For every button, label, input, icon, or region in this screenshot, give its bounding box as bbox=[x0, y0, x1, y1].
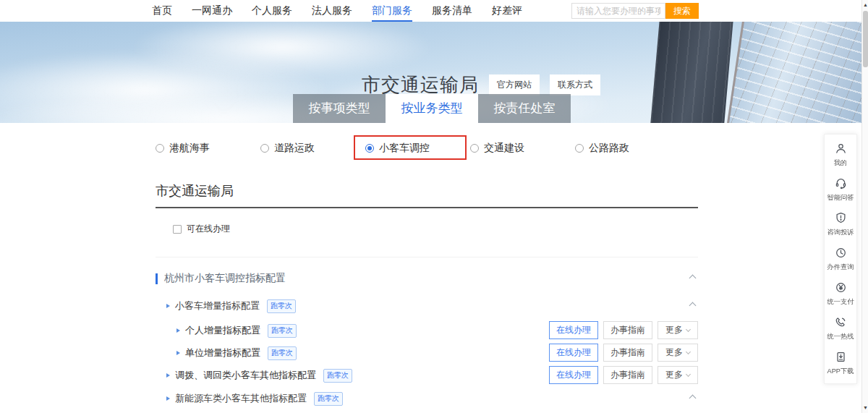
radio-option-4[interactable]: 公路路政 bbox=[575, 142, 680, 155]
group-row: 杭州市小客车调控指标配置 bbox=[156, 272, 698, 285]
more-button[interactable]: 更多 bbox=[658, 321, 698, 339]
button-label: 办事指南 bbox=[610, 369, 645, 381]
row-actions: 在线办理办事指南更多 bbox=[549, 321, 698, 339]
radio-icon[interactable] bbox=[260, 144, 269, 153]
bullet-icon bbox=[176, 328, 180, 333]
nav-item-2[interactable]: 个人服务 bbox=[252, 0, 292, 22]
group-marker bbox=[156, 273, 158, 284]
row-label: 个人增量指标配置 bbox=[185, 324, 260, 337]
sidebar-item-label: 统一支付 bbox=[827, 297, 854, 307]
yuan-icon bbox=[835, 281, 847, 294]
nav-item-6[interactable]: 好差评 bbox=[492, 0, 522, 22]
subgroup-row: 新能源车类小客车其他指标配置跑零次 bbox=[156, 392, 698, 405]
building-decoration bbox=[725, 22, 861, 123]
guide-button[interactable]: 办事指南 bbox=[603, 344, 652, 362]
radio-option-2[interactable]: 小客车调控 bbox=[365, 142, 470, 155]
row-actions: 在线办理办事指南更多 bbox=[549, 344, 698, 362]
section-title: 市交通运输局 bbox=[156, 182, 698, 208]
phone-icon bbox=[835, 316, 847, 328]
collapse-chevron-icon[interactable] bbox=[689, 275, 697, 282]
button-label: 在线办理 bbox=[556, 346, 591, 359]
radio-label: 小客车调控 bbox=[379, 142, 430, 155]
service-list: 杭州市小客车调控指标配置小客车增量指标配置跑零次个人增量指标配置跑零次在线办理办… bbox=[156, 257, 698, 413]
button-label: 办事指南 bbox=[610, 324, 645, 336]
zero-visit-badge: 跑零次 bbox=[268, 346, 297, 360]
nav-item-4[interactable]: 部门服务 bbox=[372, 0, 412, 22]
radio-icon[interactable] bbox=[156, 144, 164, 153]
cloud-decoration bbox=[130, 22, 434, 80]
radio-label: 交通建设 bbox=[484, 142, 524, 155]
button-label: 在线办理 bbox=[556, 324, 591, 336]
button-label: 在线办理 bbox=[556, 369, 591, 381]
sidebar-item-6[interactable]: APP下载 bbox=[825, 346, 856, 381]
bullet-icon bbox=[176, 351, 180, 355]
radio-label: 道路运政 bbox=[274, 142, 315, 155]
scroll-up-icon[interactable]: ▲ bbox=[862, 0, 868, 10]
more-button[interactable]: 更多 bbox=[658, 366, 698, 384]
chevron-down-icon bbox=[686, 326, 691, 331]
radio-icon[interactable] bbox=[575, 144, 584, 153]
radio-option-0[interactable]: 港航海事 bbox=[156, 142, 260, 155]
online-handle-button[interactable]: 在线办理 bbox=[549, 321, 598, 339]
search-input[interactable] bbox=[571, 3, 665, 19]
nav-item-0[interactable]: 首页 bbox=[152, 0, 172, 22]
table-row: 个人增量指标配置跑零次在线办理办事指南更多 bbox=[156, 321, 698, 340]
tab-0[interactable]: 按事项类型 bbox=[293, 94, 386, 123]
scrollbar[interactable]: ▲ ▼ bbox=[861, 0, 868, 413]
sidebar-item-3[interactable]: 办件查询 bbox=[825, 242, 856, 277]
tab-2[interactable]: 按责任处室 bbox=[478, 94, 571, 123]
row-label: 小客车增量指标配置 bbox=[175, 299, 260, 312]
online-filter-checkbox[interactable]: 可在线办理 bbox=[173, 223, 698, 235]
radio-icon[interactable] bbox=[365, 144, 374, 153]
online-handle-button[interactable]: 在线办理 bbox=[549, 366, 598, 384]
official-site-button[interactable]: 官方网站 bbox=[489, 74, 540, 95]
radio-label: 港航海事 bbox=[169, 142, 210, 155]
guide-button[interactable]: 办事指南 bbox=[603, 366, 652, 384]
sidebar-item-4[interactable]: 统一支付 bbox=[825, 277, 856, 312]
button-label: 更多 bbox=[665, 346, 683, 359]
radio-option-1[interactable]: 道路运政 bbox=[260, 142, 365, 155]
more-button[interactable]: 更多 bbox=[658, 344, 698, 362]
button-label: 更多 bbox=[665, 324, 683, 336]
sidebar-item-label: 办件查询 bbox=[827, 263, 854, 272]
checkbox-icon[interactable] bbox=[173, 225, 182, 234]
download-icon bbox=[835, 351, 847, 363]
sidebar-item-label: 我的 bbox=[834, 158, 847, 168]
radio-icon[interactable] bbox=[470, 144, 479, 153]
nav-item-5[interactable]: 服务清单 bbox=[432, 0, 472, 22]
guide-button[interactable]: 办事指南 bbox=[603, 321, 652, 339]
subgroup-row: 小客车增量指标配置跑零次 bbox=[156, 299, 698, 312]
row-actions: 在线办理办事指南更多 bbox=[549, 366, 698, 384]
nav-item-1[interactable]: 一网通办 bbox=[192, 0, 232, 22]
contact-button[interactable]: 联系方式 bbox=[550, 74, 600, 95]
headset-icon bbox=[835, 177, 847, 190]
scrollbar-thumb[interactable] bbox=[863, 11, 868, 67]
main-content: 港航海事道路运政小客车调控交通建设公路路政 市交通运输局 可在线办理 杭州市小客… bbox=[156, 123, 698, 413]
row-label: 新能源车类小客车其他指标配置 bbox=[175, 392, 307, 405]
building-decoration bbox=[650, 22, 734, 123]
scroll-down-icon[interactable]: ▼ bbox=[862, 403, 868, 413]
nav-items: 首页一网通办个人服务法人服务部门服务服务清单好差评 bbox=[152, 0, 542, 22]
sidebar-item-5[interactable]: 统一热线 bbox=[825, 312, 856, 346]
button-label: 更多 bbox=[665, 369, 683, 381]
top-navigation: 首页一网通办个人服务法人服务部门服务服务清单好差评 搜索 bbox=[0, 0, 861, 22]
tab-1[interactable]: 按业务类型 bbox=[386, 94, 478, 123]
radio-label: 公路路政 bbox=[589, 142, 629, 155]
sidebar-item-2[interactable]: 咨询投诉 bbox=[825, 208, 856, 242]
sidebar-item-1[interactable]: 智能问答 bbox=[825, 173, 856, 208]
table-row: 单位增量指标配置跑零次在线办理办事指南更多 bbox=[156, 344, 698, 362]
bullet-icon bbox=[166, 373, 170, 378]
nav-item-3[interactable]: 法人服务 bbox=[312, 0, 352, 22]
chevron-down-icon bbox=[686, 349, 691, 354]
online-handle-button[interactable]: 在线办理 bbox=[549, 344, 598, 362]
bullet-icon bbox=[166, 396, 170, 401]
search-button[interactable]: 搜索 bbox=[665, 3, 699, 19]
collapse-chevron-icon[interactable] bbox=[689, 395, 697, 402]
table-row: 调拨、调回类小客车其他指标配置跑零次在线办理办事指南更多 bbox=[156, 366, 698, 385]
row-label: 单位增量指标配置 bbox=[185, 346, 260, 359]
radio-option-3[interactable]: 交通建设 bbox=[470, 142, 575, 155]
sidebar-item-0[interactable]: 我的 bbox=[825, 138, 856, 173]
collapse-chevron-icon[interactable] bbox=[689, 302, 697, 310]
zero-visit-badge: 跑零次 bbox=[314, 392, 343, 406]
category-tabs: 按事项类型按业务类型按责任处室 bbox=[293, 94, 571, 123]
